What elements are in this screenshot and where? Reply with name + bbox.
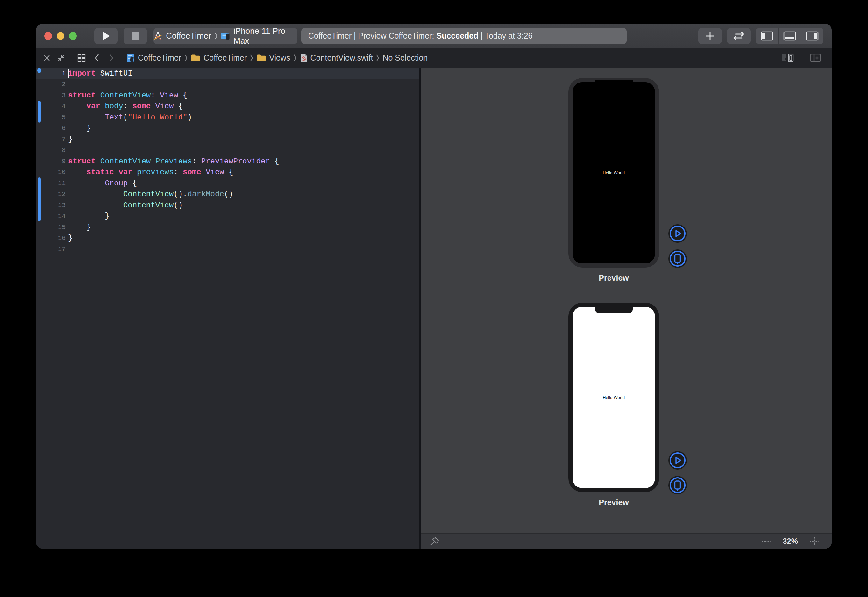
change-bar [38, 101, 41, 123]
zoom-in-button[interactable] [809, 536, 820, 547]
breadcrumb-separator [293, 54, 297, 62]
preview-on-device-button[interactable] [668, 476, 687, 495]
preview-device-light: Hello World [568, 303, 659, 492]
code-line[interactable]: 17 [36, 244, 419, 255]
toggle-debug-panel-button[interactable] [778, 28, 801, 44]
minimize-window-button[interactable] [57, 32, 64, 40]
source-editor[interactable]: 1import SwiftUI23struct ContentView: Vie… [36, 68, 419, 549]
breadcrumb-separator [184, 54, 188, 62]
close-editor-button[interactable] [43, 54, 50, 62]
pin-preview-button[interactable] [430, 536, 439, 546]
code-line[interactable]: 5 Text("Hello World") [36, 112, 419, 123]
breadcrumb-label: CoffeeTimer [138, 53, 181, 62]
line-number[interactable]: 16 [36, 235, 65, 242]
line-number[interactable]: 2 [36, 80, 65, 88]
breadcrumb-separator [376, 54, 379, 62]
breadcrumb-item[interactable]: CoffeeTimer [191, 53, 247, 62]
library-add-button[interactable] [698, 28, 722, 44]
scheme-selector[interactable]: CoffeeTimer iPhone 11 Pro Max [154, 28, 298, 44]
folder-icon [191, 54, 201, 62]
code-line[interactable]: 16} [36, 233, 419, 244]
destination-phone-icon [221, 31, 230, 40]
breadcrumb-item[interactable]: CoffeeTimer [126, 53, 181, 62]
preview-canvas: Hello World Preview [421, 68, 832, 549]
forward-chevron-icon [109, 53, 114, 62]
line-number[interactable]: 3 [36, 92, 65, 99]
code-line[interactable]: 7} [36, 134, 419, 145]
canvas-zoom-controls: 32% [761, 536, 820, 547]
code-text: ContentView() [68, 201, 183, 209]
play-icon [101, 31, 111, 41]
code-text: } [68, 234, 73, 242]
status-text-suffix: | Today at 3:26 [478, 31, 532, 40]
stop-button[interactable] [123, 28, 147, 44]
line-number[interactable]: 9 [36, 158, 65, 165]
toggle-inspector-panel-button[interactable] [801, 28, 824, 44]
scheme-destination-label: iPhone 11 Pro Max [233, 26, 298, 46]
xcode-window: CoffeeTimer iPhone 11 Pro Max CoffeeTime… [36, 24, 832, 549]
device-notch [595, 306, 633, 313]
code-line[interactable]: 1import SwiftUI [36, 68, 419, 79]
code-line[interactable]: 2 [36, 79, 419, 90]
editor-options-icon [781, 53, 794, 63]
line-number[interactable]: 17 [36, 246, 65, 253]
app-target-icon [154, 31, 163, 41]
code-line[interactable]: 14 } [36, 211, 419, 222]
code-line[interactable]: 13 ContentView() [36, 200, 419, 211]
play-icon [668, 224, 687, 243]
code-text: ContentView().darkMode() [68, 190, 233, 199]
preview-screen-light: Hello World [573, 307, 655, 488]
live-preview-button[interactable] [668, 224, 687, 243]
live-preview-button[interactable] [668, 451, 687, 470]
preview-on-device-button[interactable] [668, 249, 687, 268]
code-line[interactable]: 10 static var previews: some View { [36, 167, 419, 178]
change-bar [38, 177, 41, 221]
right-panel-icon [806, 31, 819, 41]
minimize-editor-button[interactable] [57, 54, 65, 62]
code-text: Group { [68, 179, 137, 188]
code-line[interactable]: 12 ContentView().darkMode() [36, 189, 419, 200]
toggle-navigator-panel-button[interactable] [755, 28, 778, 44]
jumpbar-right-buttons [781, 53, 825, 63]
code-text: import SwiftUI [68, 69, 132, 78]
zoom-out-button[interactable] [761, 540, 771, 542]
line-number[interactable]: 15 [36, 224, 65, 231]
line-number[interactable]: 6 [36, 125, 65, 132]
code-line[interactable]: 8 [36, 145, 419, 156]
breadcrumb: CoffeeTimerCoffeeTimerViewsContentView.s… [123, 53, 431, 62]
add-editor-icon [810, 53, 821, 62]
code-line[interactable]: 9struct ContentView_Previews: PreviewPro… [36, 156, 419, 167]
editor-swap-button[interactable] [727, 28, 751, 44]
preview-label: Preview [568, 273, 659, 282]
breadcrumb-label: ContentView.swift [311, 53, 373, 62]
go-forward-button[interactable] [109, 53, 114, 62]
breadcrumb-label: CoffeeTimer [203, 53, 247, 62]
breadcrumb-item[interactable]: ContentView.swift [300, 53, 373, 62]
code-line[interactable]: 3struct ContentView: View { [36, 90, 419, 101]
breadcrumb-item[interactable]: No Selection [382, 53, 428, 62]
code-line[interactable]: 4 var body: some View { [36, 101, 419, 112]
chevron-right-icon [184, 54, 188, 62]
activity-status-display: CoffeeTimer | Preview CoffeeTimer: Succe… [301, 28, 627, 44]
go-back-button[interactable] [94, 53, 99, 62]
related-items-button[interactable] [77, 53, 86, 62]
code-text: } [68, 135, 73, 144]
adjust-editor-options-button[interactable] [781, 53, 794, 63]
line-number[interactable]: 8 [36, 147, 65, 154]
back-chevron-icon [94, 53, 99, 62]
preview-label: Preview [568, 498, 659, 507]
code-line[interactable]: 11 Group { [36, 178, 419, 189]
breadcrumb-item[interactable]: Views [256, 53, 290, 62]
panel-toggle-group [755, 28, 824, 44]
run-button[interactable] [94, 28, 118, 44]
code-line[interactable]: 6 } [36, 123, 419, 134]
code-line[interactable]: 15 } [36, 222, 419, 233]
line-number[interactable]: 10 [36, 169, 65, 176]
preview-screen-dark: Hello World [573, 82, 655, 263]
add-editor-button[interactable] [810, 53, 821, 62]
zoom-window-button[interactable] [69, 32, 77, 40]
status-text-result: Succeeded [436, 31, 478, 40]
device-icon [668, 476, 687, 495]
close-window-button[interactable] [44, 32, 52, 40]
line-number[interactable]: 7 [36, 136, 65, 143]
